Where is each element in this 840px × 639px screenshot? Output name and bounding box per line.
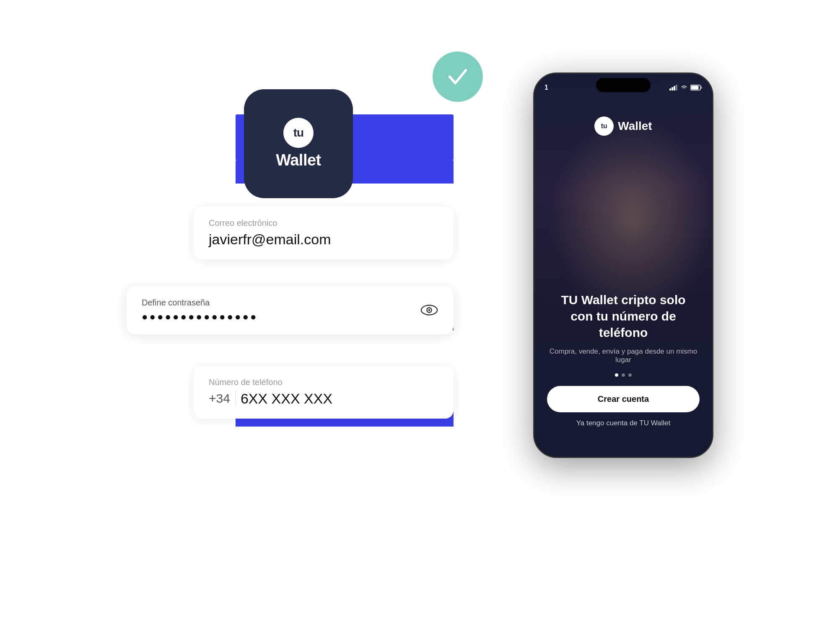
email-label: Correo electrónico — [209, 218, 438, 228]
checkmark-icon — [446, 65, 470, 89]
phone-subtext: Compra, vende, envía y paga desde un mis… — [547, 347, 700, 364]
dot-2 — [622, 373, 625, 377]
dot-1 — [615, 373, 618, 377]
create-account-button[interactable]: Crear cuenta — [547, 386, 700, 412]
phone-label: Número de teléfono — [209, 378, 438, 387]
password-card: Define contraseña ●●●●●●●●●●●●●●● — [127, 286, 454, 334]
signal-icon — [669, 85, 678, 91]
svg-rect-4 — [671, 87, 673, 91]
phone-number-row: +34 6XX XXX XXX — [209, 391, 438, 407]
check-badge — [433, 52, 483, 102]
svg-rect-5 — [674, 86, 675, 91]
status-time: 1 — [544, 84, 548, 91]
svg-point-2 — [428, 309, 430, 311]
phone-notch — [596, 78, 651, 92]
app-tu-logo: tu — [283, 118, 314, 148]
eye-icon — [420, 304, 438, 316]
wifi-icon — [680, 85, 688, 91]
password-content: Define contraseña ●●●●●●●●●●●●●●● — [142, 298, 258, 323]
svg-rect-3 — [669, 88, 671, 91]
phone-number: 6XX XXX XXX — [241, 391, 332, 407]
battery-icon — [690, 85, 702, 91]
status-icons — [669, 85, 702, 91]
app-icon: tu Wallet — [244, 89, 353, 198]
phone-mockup: 1 — [533, 72, 713, 458]
phone-headline: TU Wallet cripto solocon tu número de te… — [547, 292, 700, 341]
country-code: +34 — [209, 391, 230, 406]
email-card: Correo electrónico javierfr@email.com — [194, 207, 454, 259]
phone-tu-text: tu — [601, 122, 607, 130]
phone-main-content: TU Wallet cripto solocon tu número de te… — [547, 292, 700, 427]
phone-pagination-dots — [615, 373, 632, 377]
password-label: Define contraseña — [142, 298, 258, 308]
app-wallet-label: Wallet — [276, 151, 321, 169]
dot-3 — [628, 373, 632, 377]
login-button[interactable]: Ya tengo cuenta de TU Wallet — [576, 419, 671, 427]
phone-screen: 1 — [534, 74, 712, 457]
phone-content: tu Wallet TU Wallet cripto solocon tu nú… — [534, 96, 712, 457]
svg-rect-6 — [676, 85, 677, 91]
phone-logo-text: Wallet — [618, 119, 652, 133]
phone-divider — [235, 391, 236, 406]
phone-logo-circle: tu — [594, 116, 614, 136]
phone-logo-row: tu Wallet — [594, 116, 652, 136]
phone-card: Número de teléfono +34 6XX XXX XXX — [194, 366, 454, 419]
svg-rect-9 — [701, 86, 702, 89]
svg-rect-8 — [691, 85, 699, 89]
password-toggle-button[interactable] — [420, 304, 438, 316]
email-value: javierfr@email.com — [209, 231, 438, 248]
main-scene: tu Wallet Correo electrónico javierfr@em… — [127, 47, 713, 592]
password-dots: ●●●●●●●●●●●●●●● — [142, 311, 258, 323]
